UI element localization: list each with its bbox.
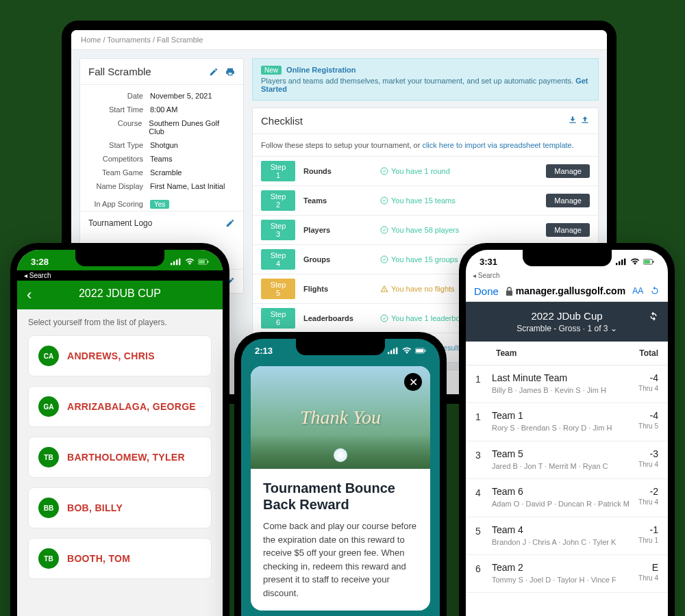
svg-rect-20 bbox=[425, 350, 425, 351]
detail-value: First Name, Last Initial bbox=[150, 182, 225, 190]
svg-rect-25 bbox=[624, 258, 625, 265]
rank: 4 bbox=[475, 486, 492, 509]
step-name: Flights bbox=[303, 285, 372, 293]
step-badge: Step 5 bbox=[261, 279, 295, 299]
in-app-scoring-label: In App Scoring bbox=[88, 200, 150, 208]
url-display[interactable]: manager.gallusgolf.com bbox=[506, 285, 625, 296]
player-name: ARRIZABALAGA, GEORGE bbox=[67, 401, 196, 412]
step-name: Teams bbox=[303, 196, 372, 205]
phone-leaderboard: 3:31 ◂ Search Done manager.gallusgolf.co… bbox=[459, 243, 675, 616]
leaderboard-row[interactable]: 3 Team 5Jared B · Jon T · Merrit M · Rya… bbox=[466, 441, 668, 479]
import-spreadsheet-link[interactable]: click here to import via spreadsheet tem… bbox=[422, 141, 571, 149]
search-back-link[interactable]: ◂ Search bbox=[17, 270, 223, 281]
team-members: Brandon J · Chris A · John C · Tyler K bbox=[492, 537, 638, 548]
detail-value: Teams bbox=[150, 155, 172, 163]
print-icon[interactable] bbox=[225, 67, 235, 77]
upload-icon[interactable] bbox=[580, 115, 590, 125]
detail-label: Date bbox=[88, 92, 150, 100]
player-name: BARTHOLOMEW, TYLER bbox=[67, 452, 185, 463]
thru: Thru 5 bbox=[638, 422, 658, 430]
close-icon[interactable]: ✕ bbox=[404, 373, 422, 391]
sync-icon[interactable] bbox=[647, 310, 660, 322]
edit-icon[interactable] bbox=[209, 67, 219, 77]
refresh-icon[interactable] bbox=[650, 285, 660, 297]
score: -3 bbox=[638, 448, 658, 459]
score: -2 bbox=[638, 486, 658, 497]
step-status: You have 15 teams bbox=[380, 196, 538, 205]
step-status: You have 1 round bbox=[380, 167, 538, 175]
manage-button[interactable]: Manage bbox=[546, 223, 590, 237]
svg-rect-10 bbox=[176, 259, 177, 265]
detail-label: Competitors bbox=[88, 155, 150, 163]
download-icon[interactable] bbox=[568, 115, 577, 125]
svg-point-1 bbox=[381, 197, 388, 204]
step-name: Players bbox=[303, 226, 372, 234]
svg-rect-8 bbox=[171, 263, 172, 265]
wifi-icon bbox=[401, 347, 412, 355]
detail-label: Course bbox=[88, 119, 149, 136]
signal-icon bbox=[388, 347, 399, 355]
player-card[interactable]: TBBOOTH, TOM bbox=[28, 538, 212, 579]
detail-value: Scramble bbox=[150, 168, 182, 177]
detail-row: CompetitorsTeams bbox=[80, 152, 243, 166]
svg-rect-22 bbox=[616, 263, 617, 265]
leaderboard-row[interactable]: 5 Team 4Brandon J · Chris A · John C · T… bbox=[466, 517, 668, 555]
rank: 1 bbox=[475, 372, 492, 396]
leaderboard-row[interactable]: 4 Team 6Adam O · David P · Duncan R · Pa… bbox=[466, 479, 668, 517]
svg-rect-16 bbox=[390, 350, 392, 354]
done-button[interactable]: Done bbox=[474, 285, 499, 297]
score: -4 bbox=[638, 410, 658, 421]
svg-rect-29 bbox=[506, 290, 512, 295]
score: -4 bbox=[638, 372, 658, 383]
manage-button[interactable]: Manage bbox=[546, 194, 590, 207]
detail-row: Team GameScramble bbox=[80, 166, 243, 179]
player-card[interactable]: TBBARTHOLOMEW, TYLER bbox=[28, 437, 212, 478]
player-name: BOB, BILLY bbox=[67, 502, 123, 513]
avatar: GA bbox=[38, 396, 59, 417]
step-name: Rounds bbox=[303, 167, 372, 175]
team-name: Team 6 bbox=[492, 486, 638, 497]
thru: Thru 4 bbox=[638, 574, 658, 582]
player-name: ANDREWS, CHRIS bbox=[67, 350, 155, 361]
team-members: Adam O · David P · Duncan R · Patrick M bbox=[492, 499, 638, 509]
svg-rect-18 bbox=[396, 347, 397, 354]
detail-label: Start Type bbox=[88, 141, 150, 149]
leaderboard-row[interactable]: 6 Team 2Tommy S · Joel D · Taylor H · Vi… bbox=[466, 555, 668, 593]
player-card[interactable]: BBBOB, BILLY bbox=[28, 487, 212, 528]
thru: Thru 4 bbox=[638, 385, 658, 392]
breadcrumb[interactable]: Home / Tournaments / Fall Scramble bbox=[71, 30, 607, 50]
phone-player-select: 3:28 ◂ Search ‹ 2022 JDUB CUP Select you… bbox=[10, 243, 229, 616]
svg-rect-13 bbox=[208, 261, 208, 262]
signal-icon bbox=[616, 258, 627, 266]
leaderboard-subtitle[interactable]: Scramble - Gross · 1 of 3 ⌄ bbox=[474, 324, 660, 333]
team-name: Team 5 bbox=[492, 448, 638, 459]
step-badge: Step 1 bbox=[261, 161, 295, 181]
player-card[interactable]: GAARRIZABALAGA, GEORGE bbox=[28, 386, 212, 427]
detail-row: Name DisplayFirst Name, Last Initial bbox=[80, 179, 243, 193]
manage-button[interactable]: Manage bbox=[546, 164, 590, 178]
step-status: You have 58 players bbox=[380, 226, 538, 234]
search-back-link[interactable]: ◂ Search bbox=[466, 270, 668, 281]
avatar: TB bbox=[38, 548, 59, 569]
registration-banner: New Online Registration Players and team… bbox=[252, 58, 599, 101]
team-members: Rory S · Brendan S · Rory D · Jim H bbox=[492, 423, 638, 433]
svg-rect-23 bbox=[619, 261, 620, 265]
player-card[interactable]: CAANDREWS, CHRIS bbox=[28, 335, 212, 376]
detail-value: November 5, 2021 bbox=[150, 92, 212, 100]
reward-body: Come back and play our course before the… bbox=[263, 519, 418, 600]
text-size-button[interactable]: AA bbox=[632, 286, 643, 296]
leaderboard-row[interactable]: 1 Team 1Rory S · Brendan S · Rory D · Ji… bbox=[466, 403, 668, 441]
avatar: BB bbox=[38, 498, 59, 518]
leaderboard-row[interactable]: 1 Last Minute TeamBilly B · James B · Ke… bbox=[466, 365, 668, 403]
score: -1 bbox=[638, 524, 658, 535]
step-badge: Step 4 bbox=[261, 249, 295, 270]
checklist-step: Step 1 Rounds You have 1 round Manage bbox=[253, 156, 598, 185]
online-registration-link[interactable]: Online Registration bbox=[286, 66, 356, 74]
edit-icon[interactable] bbox=[225, 218, 235, 228]
avatar: CA bbox=[38, 346, 59, 366]
team-name: Team 4 bbox=[492, 524, 638, 535]
back-icon[interactable]: ‹ bbox=[27, 286, 32, 304]
detail-value: 8:00 AM bbox=[150, 105, 177, 114]
battery-icon bbox=[643, 258, 654, 266]
team-members: Billy B · James B · Kevin S · Jim H bbox=[492, 385, 638, 396]
